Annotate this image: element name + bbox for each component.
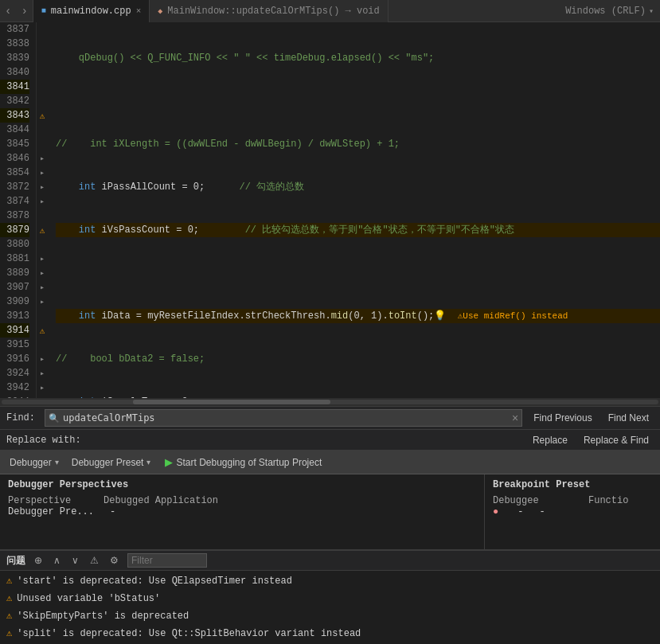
debuggee-val: -	[517, 506, 523, 517]
find-input-wrap: 🔍 ×	[45, 409, 522, 427]
code-line-3837: qDebug() << Q_FUNC_INFO << " " << timeDe…	[56, 51, 660, 65]
breadcrumb-text: MainWindow::updateCalOrMTips() → void	[167, 6, 379, 17]
issue-text-4: 'split' is deprecated: Use Qt::SplitBeha…	[17, 626, 361, 641]
code-line-3840: int iPassAllCount = 0; // 勾选的总数	[56, 180, 660, 194]
breakpoint-preset: Breakpoint Preset Debuggee Functio ● - -	[485, 474, 660, 549]
replace-btn[interactable]: Replace	[528, 433, 572, 447]
gutter-fold-3907[interactable]: ▸	[37, 280, 48, 295]
nav-fwd-btn[interactable]: ›	[16, 0, 32, 22]
breakpoint-row1: ● - -	[493, 506, 652, 517]
issue-warn-icon-4: ⚠	[6, 626, 12, 641]
perspectives-row1: Debugger Pre... -	[8, 506, 476, 517]
function-val: -	[539, 506, 545, 517]
gutter-empty	[37, 80, 48, 94]
issues-up-btn[interactable]: ∧	[51, 555, 63, 566]
issue-item-1[interactable]: ⚠ 'start' is deprecated: Use QElapsedTim…	[0, 572, 660, 590]
perspectives-title: Debugger Perspectives	[8, 479, 476, 490]
gutter-warning-3914: ⚠	[37, 323, 48, 338]
gutter-fold-3846[interactable]: ▸	[37, 151, 48, 166]
debugger-preset-dropdown-arrow[interactable]: ▾	[146, 458, 150, 466]
issue-item-4[interactable]: ⚠ 'split' is deprecated: Use Qt::SplitBe…	[0, 625, 660, 642]
debuggee-col-head: Debuggee	[493, 495, 572, 506]
gutter-empty	[37, 22, 48, 37]
code-line-3845: int iSampleType = 0;	[56, 395, 660, 398]
gutter-fold-3944[interactable]: ▸	[37, 395, 48, 398]
tab-bar: ‹ › ■ mainwindow.cpp × ◆ MainWindow::upd…	[0, 0, 660, 22]
find-bar: Find: 🔍 × Find Previous Find Next	[0, 406, 660, 430]
debugged-app-val: -	[110, 506, 115, 517]
issues-down-btn[interactable]: ∨	[69, 555, 81, 566]
find-clear-btn[interactable]: ×	[512, 412, 518, 423]
nav-back-btn[interactable]: ‹	[0, 0, 16, 22]
gutter-fold-3889[interactable]: ▸	[37, 266, 48, 280]
start-debug-btn[interactable]: ▶ Start Debugging of Startup Project	[158, 455, 328, 470]
debugger-panel: Debugger Perspectives Perspective Debugg…	[0, 474, 660, 550]
find-next-btn[interactable]: Find Next	[603, 411, 654, 425]
issue-text-3: 'SkipEmptyParts' is deprecated	[17, 609, 189, 623]
encoding-area: Windows (CRLF) ▾	[565, 6, 660, 17]
issue-text-1: 'start' is deprecated: Use QElapsedTimer…	[17, 574, 292, 588]
breakpoint-dot: ●	[493, 506, 498, 517]
encoding-label: Windows (CRLF)	[565, 6, 646, 17]
find-input[interactable]	[63, 412, 509, 423]
gutter-empty	[37, 37, 48, 51]
code-line-3843: int iData = myResetFileIndex.strCheckThr…	[56, 309, 660, 323]
find-label: Find:	[6, 412, 38, 423]
gutter-empty	[37, 94, 48, 108]
gutter-fold-3872[interactable]: ▸	[37, 180, 48, 194]
issue-item-3[interactable]: ⚠ 'SkipEmptyParts' is deprecated	[0, 607, 660, 625]
issues-filter-input[interactable]	[127, 553, 207, 568]
gutter-fold-3874[interactable]: ▸	[37, 194, 48, 209]
tab-close-btn[interactable]: ×	[136, 6, 142, 16]
code-line-3844: // bool bData2 = false;	[56, 352, 660, 366]
debugger-perspectives: Debugger Perspectives Perspective Debugg…	[0, 474, 485, 549]
code-line-3841: int iVsPassCount = 0; // 比较勾选总数，等于则"合格"状…	[56, 223, 660, 237]
scrollbar-thumb[interactable]	[133, 400, 330, 404]
start-debug-label: Start Debugging of Startup Project	[176, 457, 322, 468]
gutter-empty	[37, 338, 48, 352]
encoding-dropdown[interactable]: ▾	[649, 6, 654, 16]
issue-item-2[interactable]: ⚠ Unused variable 'bStatus'	[0, 590, 660, 607]
issue-text-2: Unused variable 'bStatus'	[17, 591, 160, 606]
gutter-fold-3881[interactable]: ▸	[37, 252, 48, 266]
debugger-preset-btn[interactable]: Debugger Preset ▾	[67, 455, 156, 470]
issues-warning-filter-btn[interactable]: ⚠	[88, 555, 101, 566]
code-line-3842	[56, 266, 660, 280]
gutter: ⚠ ▸ ▸ ▸ ▸ ⚠ ▸ ▸ ▸ ▸ ⚠ ▸ ▸ ▸ ▸	[37, 22, 53, 398]
gutter-warning-3843: ⚠	[37, 108, 48, 123]
code-editor[interactable]: qDebug() << Q_FUNC_INFO << " " << timeDe…	[53, 22, 660, 398]
scrollbar-track[interactable]	[2, 400, 658, 404]
gutter-empty	[37, 123, 48, 137]
gutter-fold-3916[interactable]: ▸	[37, 352, 48, 366]
issues-settings-btn[interactable]: ⚙	[107, 555, 121, 566]
horizontal-scrollbar[interactable]	[0, 398, 660, 406]
active-tab[interactable]: ■ mainwindow.cpp ×	[33, 0, 150, 22]
code-line-3838	[56, 94, 660, 108]
gutter-fold-3909[interactable]: ▸	[37, 295, 48, 309]
issues-icon-btn1[interactable]: ⊕	[32, 555, 45, 566]
debugger-btn[interactable]: Debugger ▾	[5, 455, 64, 470]
issues-list: ⚠ 'start' is deprecated: Use QElapsedTim…	[0, 571, 660, 644]
gutter-fold-3924[interactable]: ▸	[37, 366, 48, 381]
gutter-fold-3942[interactable]: ▸	[37, 381, 48, 395]
gutter-fold-3854[interactable]: ▸	[37, 166, 48, 180]
replace-and-find-btn[interactable]: Replace & Find	[579, 433, 654, 447]
perspectives-header: Perspective Debugged Application	[8, 495, 476, 506]
function-col-head: Functio	[588, 495, 660, 506]
gutter-empty	[37, 309, 48, 323]
issue-warn-icon-1: ⚠	[6, 574, 12, 588]
gutter-empty	[37, 65, 48, 80]
issue-warn-icon-3: ⚠	[6, 609, 12, 623]
gutter-warning-3879: ⚠	[37, 223, 48, 237]
debugged-app-col-head: Debugged Application	[103, 495, 218, 506]
replace-label: Replace with:	[6, 435, 81, 446]
line-numbers: 3837 3838 3839 3840 3841 3842 3843 3844 …	[0, 22, 37, 398]
debugger-label: Debugger	[10, 457, 52, 468]
perspective-col-head: Perspective	[8, 495, 88, 506]
gutter-empty	[37, 137, 48, 151]
find-previous-btn[interactable]: Find Previous	[529, 411, 596, 425]
debugger-dropdown-arrow[interactable]: ▾	[55, 458, 59, 466]
replace-bar: Replace with: Replace Replace & Find	[0, 430, 660, 451]
breakpoint-header: Debuggee Functio	[493, 495, 652, 506]
issues-title: 问题	[6, 554, 25, 568]
